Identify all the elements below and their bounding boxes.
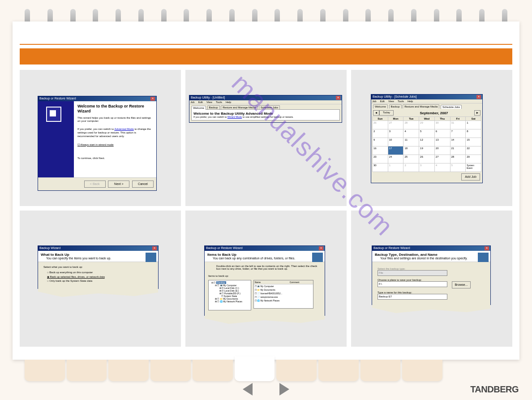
divider-line: [20, 44, 512, 45]
tab-backup: Backup: [207, 105, 220, 109]
back-button: < Back: [84, 181, 106, 188]
tab-strip: Welcome Backup Restore and Manage Media …: [189, 104, 342, 109]
window-title: Backup Utility - [Schedule Jobs]: [373, 95, 416, 99]
window-what-to-backup: Backup Wizard× What to Back Up You can s…: [38, 245, 159, 289]
folder-tab[interactable]: [318, 360, 359, 381]
header-bar: [20, 48, 512, 65]
thumbnail-5[interactable]: Backup or Restore Wizard× Items to Back …: [185, 211, 347, 347]
step-heading: Items to Back Up: [207, 253, 322, 257]
calendar-month: September, 2007: [394, 111, 474, 115]
window-items-to-backup: Backup or Restore Wizard× Items to Back …: [204, 245, 325, 316]
close-icon: ×: [336, 96, 340, 100]
calendar-grid: SunMonTueWedThuFriSat 2627282930311 2345…: [372, 116, 481, 172]
window-title: Backup Wizard: [39, 246, 60, 250]
next-month-icon: ►: [474, 110, 481, 116]
system-event-label: System Event: [466, 163, 481, 172]
tab-restore: Restore and Manage Media: [221, 105, 257, 109]
place-input: F:\: [378, 281, 447, 287]
brand-logo: TANDBERG: [470, 384, 519, 395]
close-icon: ×: [485, 246, 489, 250]
folder-tab[interactable]: [360, 360, 401, 381]
type-select: File: [378, 270, 447, 276]
always-wizard-checkbox: Always start in wizard mode: [77, 143, 153, 146]
thumbnail-1[interactable]: Backup or Restore Wizard× Welcome to the…: [20, 70, 181, 206]
prev-page-icon[interactable]: [236, 383, 253, 396]
prompt-label: Select what you want to back up:: [43, 266, 153, 268]
window-backup-destination: Backup or Restore Wizard× Backup Type, D…: [372, 245, 491, 305]
thumbnail-grid: Backup or Restore Wizard× Welcome to the…: [20, 70, 512, 347]
window-backup-wizard: Backup or Restore Wizard× Welcome to the…: [38, 96, 157, 191]
menu-bar: JobEditViewToolsHelp: [371, 99, 482, 103]
advanced-mode-link: Advanced Mode: [114, 128, 133, 130]
tab-schedule: Schedule Jobs: [259, 105, 280, 109]
tab-welcome: Welcome: [191, 106, 206, 110]
file-list: NameComment ☐ 💻 My Computer ☐ 📁 My Docum…: [253, 280, 313, 309]
menu-bar: JobEditViewToolsHelp: [189, 100, 342, 104]
step-heading: What to Back Up: [41, 253, 155, 257]
window-backup-utility: Backup Utility - [Untitled]× JobEditView…: [189, 95, 342, 123]
next-page-icon[interactable]: [279, 383, 296, 396]
folder-tab[interactable]: [402, 360, 442, 381]
prev-month-icon: ◄: [373, 110, 379, 116]
items-label: Items to back up:: [208, 275, 321, 277]
thumbnail-4[interactable]: Backup Wizard× What to Back Up You can s…: [20, 211, 181, 347]
today-button: Today: [379, 110, 394, 116]
page: Backup or Restore Wizard× Welcome to the…: [13, 22, 519, 360]
close-icon: ×: [476, 95, 481, 99]
step-subtitle: You can specify the items you want to ba…: [41, 257, 111, 260]
close-icon: ×: [152, 246, 157, 250]
close-icon: ×: [150, 97, 155, 101]
window-title: Backup or Restore Wizard: [39, 97, 76, 101]
thumbnail-6[interactable]: Backup or Restore Wizard× Backup Type, D…: [351, 211, 512, 347]
tab-welcome: Welcome: [373, 104, 388, 108]
folder-tab[interactable]: [25, 360, 65, 381]
folder-tab[interactable]: [276, 360, 317, 381]
page-nav: [236, 383, 296, 396]
wizard-text: If you prefer, you can switch to Advance…: [77, 128, 153, 138]
folder-tab[interactable]: [108, 360, 149, 381]
thumbnail-3[interactable]: Backup Utility - [Schedule Jobs]× JobEdi…: [351, 70, 512, 206]
name-input: Backup E7: [378, 294, 447, 300]
instruction-text: Double-click an item on the left to see …: [208, 265, 321, 272]
radio-system-state: Only back up the System State data: [47, 280, 153, 282]
tree-view: ⊟ ☐ Desktop ⊟ ☐ 💻 My Computer ⊞ ☑ Local …: [208, 280, 251, 310]
step-subtitle: You can back up any combination of drive…: [207, 257, 295, 260]
window-title: Backup Utility - [Untitled]: [191, 96, 225, 100]
wizard-continue-text: To continue, click Next.: [77, 157, 153, 160]
folder-tabs: [25, 360, 442, 381]
tab-backup: Backup: [389, 104, 402, 108]
tab-restore: Restore and Manage Media: [403, 104, 439, 108]
wizard-mode-link: Wizard Mode: [227, 116, 242, 118]
radio-everything: Back up everything on this computer: [47, 271, 153, 274]
tab-strip: Welcome Backup Restore and Manage Media …: [371, 103, 482, 108]
folder-tab-active[interactable]: [235, 356, 275, 381]
panel-heading: Welcome to the Backup Utility Advanced M…: [193, 112, 338, 116]
window-title: Backup or Restore Wizard: [206, 246, 243, 250]
wizard-text: This wizard helps you back up or restore…: [77, 116, 153, 124]
folder-tab[interactable]: [193, 360, 233, 381]
browse-button: Browse...: [452, 281, 471, 288]
step-heading: Backup Type, Destination, and Name: [375, 253, 488, 257]
cancel-button: Cancel: [132, 181, 154, 188]
thumbnail-2[interactable]: Backup Utility - [Untitled]× JobEditView…: [185, 70, 347, 206]
panel-subtext: If you prefer, you can switch to Wizard …: [193, 116, 338, 118]
close-icon: ×: [319, 246, 323, 250]
add-job-button: Add Job: [461, 173, 480, 181]
window-schedule-jobs: Backup Utility - [Schedule Jobs]× JobEdi…: [371, 94, 483, 183]
selected-date: 17: [388, 146, 403, 155]
next-button: Next >: [108, 181, 129, 188]
folder-tab[interactable]: [150, 360, 191, 381]
tab-schedule: Schedule Jobs: [441, 105, 462, 109]
wizard-side-graphic: [38, 101, 74, 177]
wizard-heading: Welcome to the Backup or Restore Wizard: [77, 104, 153, 114]
window-title: Backup or Restore Wizard: [373, 246, 410, 250]
folder-tab[interactable]: [67, 360, 107, 381]
radio-selected-files: Back up selected files, drives, or netwo…: [47, 275, 153, 278]
step-subtitle: Your files and settings are stored in th…: [375, 257, 468, 260]
